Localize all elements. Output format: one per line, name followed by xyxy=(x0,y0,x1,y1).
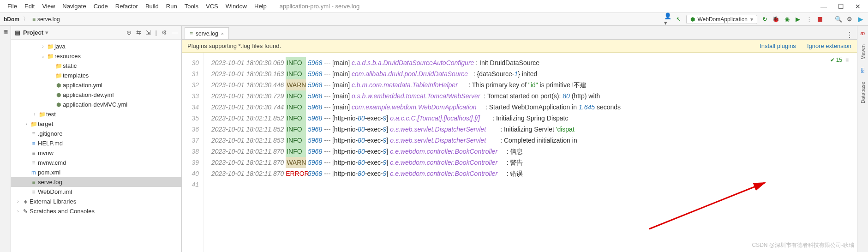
tree-item-templates[interactable]: 📁templates xyxy=(11,71,181,80)
tree-item-serve-log[interactable]: ≡serve.log xyxy=(11,177,181,187)
breadcrumb-root: bDom xyxy=(4,16,19,23)
project-tree[interactable]: ›📁java⌄📁resources📁static📁templates⬢appli… xyxy=(11,40,181,252)
tree-item-application-dev-yml[interactable]: ⬢application-dev.yml xyxy=(11,90,181,100)
run-config-selector[interactable]: ⬢ WebDomApplication ▾ xyxy=(686,15,758,24)
menu-build[interactable]: Build xyxy=(142,1,162,11)
log-line: 2023-10-01 18:02:11.870 ERROR 5968 --- [… xyxy=(204,168,857,179)
log-line: 2023-10-01 18:02:11.853 INFO 5968 --- [h… xyxy=(204,135,857,146)
tree-item-resources[interactable]: ⌄📁resources xyxy=(11,51,181,61)
database-tool-label[interactable]: Database xyxy=(860,82,866,103)
tree-item-scratches-and-consoles[interactable]: ›✎Scratches and Consoles xyxy=(11,206,181,216)
tree-item-java[interactable]: ›📁java xyxy=(11,42,181,51)
search-icon[interactable]: 🔍 xyxy=(835,16,842,23)
run-config-label: WebDomApplication xyxy=(698,16,748,23)
tree-item--gitignore[interactable]: ≡.gitignore xyxy=(11,129,181,138)
ignore-extension-link[interactable]: Ignore extension xyxy=(807,42,851,49)
maven-tool-icon[interactable]: m xyxy=(861,30,865,36)
log-line: 2023-10-01 18:00:30.163 INFO 5968 --- [m… xyxy=(204,68,857,79)
log-line: 2023-10-01 18:02:11.870 INFO 5968 --- [h… xyxy=(204,146,857,157)
editor-tabs: ≡ serve.log × ⋮ xyxy=(182,26,857,40)
menu-run[interactable]: Run xyxy=(162,1,181,11)
log-line: 2023-10-01 18:00:30.744 INFO 5968 --- [m… xyxy=(204,102,857,113)
stop-icon[interactable] xyxy=(816,16,824,23)
log-content: ✔ 15 2023-10-01 18:00:30.069 INFO 5968 -… xyxy=(204,53,857,252)
tree-item-test[interactable]: ›📁test xyxy=(11,109,181,119)
breadcrumb-file: serve.log xyxy=(37,16,60,23)
main-toolbar: bDom 〉 ≡ serve.log 👤▾ ↖ ⬢ WebDomApplicat… xyxy=(0,13,868,26)
watermark: CSDN @深圳市有德者科技有限公司-耿瑞 xyxy=(752,241,854,249)
collapse-icon[interactable]: ⇲ xyxy=(146,29,151,36)
log-line: 2023-10-01 18:02:11.870 WARN 5968 --- [h… xyxy=(204,157,857,168)
menu-view[interactable]: View xyxy=(38,1,59,11)
project-panel-header: ▤ Project ▾ ⊕ ⇆ ⇲ | ⚙ — xyxy=(11,26,181,40)
project-tool-icon[interactable]: ▦ xyxy=(3,29,8,35)
close-tab-icon[interactable]: × xyxy=(221,31,224,36)
log-viewer[interactable]: 303132333435363738394041 ✔ 15 2023-10-01… xyxy=(182,53,857,252)
menu-edit[interactable]: Edit xyxy=(21,1,38,11)
log-line: 2023-10-01 18:02:11.852 INFO 5968 --- [h… xyxy=(204,124,857,135)
breadcrumb[interactable]: bDom 〉 ≡ serve.log xyxy=(4,15,60,23)
right-tool-strip: m Maven 🗄 Database xyxy=(857,26,868,252)
project-view-icon[interactable]: ▤ xyxy=(15,29,20,36)
sync-icon[interactable]: ↻ xyxy=(761,16,768,23)
menu-code[interactable]: Code xyxy=(90,1,112,11)
tree-item-pom-xml[interactable]: mpom.xml xyxy=(11,168,181,177)
divider-icon: | xyxy=(156,29,157,36)
expand-icon[interactable]: ⇆ xyxy=(136,29,141,36)
hide-icon[interactable]: — xyxy=(172,29,178,36)
locate-icon[interactable]: ⊕ xyxy=(126,29,132,36)
menu-window[interactable]: Window xyxy=(222,1,251,11)
settings-icon[interactable]: ⚙ xyxy=(846,16,853,23)
tree-item-mvnw[interactable]: ≡mvnw xyxy=(11,148,181,158)
tree-item-webdom-iml[interactable]: ≡WebDom.iml xyxy=(11,187,181,197)
log-line: 2023-10-01 18:02:11.852 INFO 5968 --- [h… xyxy=(204,113,857,124)
tree-item-help-md[interactable]: ≡HELP.md xyxy=(11,138,181,148)
menu-bar: FileEditViewNavigateCodeRefactorBuildRun… xyxy=(0,0,868,13)
banner-text: Plugins supporting *.log files found. xyxy=(187,42,281,49)
add-user-icon[interactable]: 👤▾ xyxy=(664,16,671,23)
window-title: application-pro.yml - serve.log xyxy=(280,3,359,10)
tree-item-external-libraries[interactable]: ›⎆External Libraries xyxy=(11,197,181,206)
log-line: 2023-10-01 18:00:30.729 INFO 5968 --- [m… xyxy=(204,90,857,102)
install-plugins-link[interactable]: Install plugins xyxy=(760,42,796,49)
menu-vcs[interactable]: VCS xyxy=(202,1,222,11)
menu-tools[interactable]: Tools xyxy=(181,1,202,11)
tree-item-application-devmvc-yml[interactable]: ⬢application-devMVC.yml xyxy=(11,100,181,109)
line-gutter: 303132333435363738394041 xyxy=(182,53,204,252)
tree-item-mvnw-cmd[interactable]: ≡mvnw.cmd xyxy=(11,158,181,168)
run-anything-icon[interactable]: ▶ xyxy=(857,16,864,23)
plugins-banner: Plugins supporting *.log files found. In… xyxy=(182,40,857,53)
editor-tabs-menu-icon[interactable]: ⋮ xyxy=(846,30,857,39)
project-panel: ▤ Project ▾ ⊕ ⇆ ⇲ | ⚙ — ›📁java⌄📁resource… xyxy=(11,26,182,252)
menu-navigate[interactable]: Navigate xyxy=(59,1,90,11)
database-tool-icon[interactable]: 🗄 xyxy=(860,68,865,73)
menu-help[interactable]: Help xyxy=(251,1,270,11)
editor-tab-label: serve.log xyxy=(196,30,218,37)
minimize-icon[interactable]: — xyxy=(820,3,827,10)
tree-item-target[interactable]: ›📁target xyxy=(11,119,181,129)
menu-file[interactable]: File xyxy=(4,1,21,11)
left-tool-strip: ▦ xyxy=(0,26,11,252)
inspection-badge[interactable]: ✔ 15 xyxy=(830,54,849,66)
close-icon[interactable]: ✕ xyxy=(855,3,861,10)
maximize-icon[interactable]: ☐ xyxy=(838,3,844,10)
coverage-icon[interactable]: ◉ xyxy=(783,16,790,23)
editor-area: ≡ serve.log × ⋮ Plugins supporting *.log… xyxy=(182,26,857,252)
maven-tool-label[interactable]: Maven xyxy=(860,44,866,60)
tree-item-application-yml[interactable]: ⬢application.yml xyxy=(11,80,181,90)
log-line: 2023-10-01 18:00:30.446 WARN 5968 --- [m… xyxy=(204,79,857,90)
log-line: 2023-10-01 18:00:30.069 INFO 5968 --- [m… xyxy=(204,57,857,68)
debug-bug-icon[interactable]: 🐞 xyxy=(772,16,779,23)
project-panel-title: Project xyxy=(23,29,43,36)
back-arrow-icon[interactable]: ↖ xyxy=(675,16,682,23)
profile-icon[interactable]: ▶ xyxy=(794,16,802,23)
editor-tab-serve-log[interactable]: ≡ serve.log × xyxy=(185,27,229,39)
tree-item-static[interactable]: 📁static xyxy=(11,61,181,71)
menu-refactor[interactable]: Refactor xyxy=(112,1,142,11)
gear-icon[interactable]: ⚙ xyxy=(162,29,167,36)
attach-icon[interactable]: ⋮ xyxy=(805,16,813,23)
